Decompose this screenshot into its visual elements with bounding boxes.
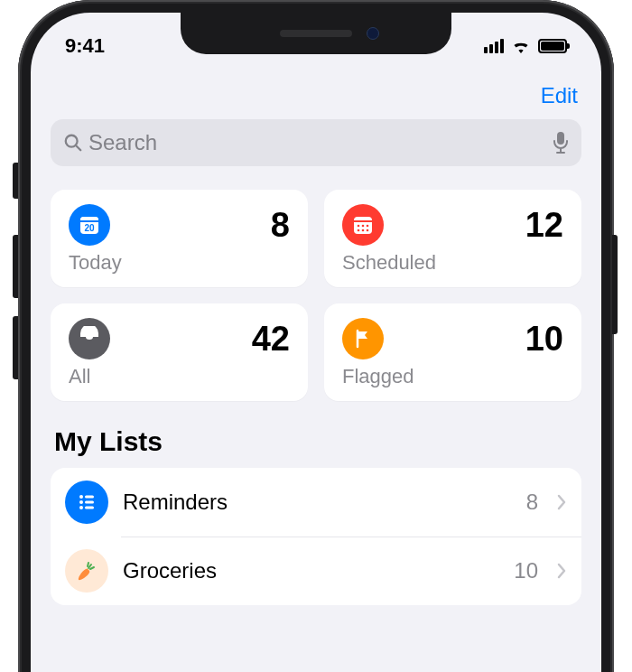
navigation-bar: Edit	[51, 76, 581, 119]
search-icon	[63, 133, 83, 153]
my-lists-header: My Lists	[54, 426, 578, 457]
svg-point-11	[358, 225, 360, 228]
today-label: Today	[69, 251, 290, 275]
chevron-right-icon	[556, 494, 567, 510]
search-field[interactable]: Search	[51, 119, 581, 166]
speaker-grille	[280, 30, 352, 37]
svg-line-1	[76, 145, 80, 150]
list-label: Groceries	[123, 558, 499, 583]
list-row-groceries[interactable]: Groceries 10	[51, 537, 581, 605]
svg-point-13	[367, 225, 369, 228]
cellular-signal-icon	[484, 39, 504, 53]
flag-icon	[342, 318, 384, 359]
list-label: Reminders	[123, 490, 512, 515]
search-placeholder: Search	[88, 130, 157, 155]
flagged-label: Flagged	[342, 365, 563, 388]
smart-list-today[interactable]: 20 8 Today	[51, 190, 308, 287]
smart-list-flagged[interactable]: 10 Flagged	[324, 303, 581, 401]
tray-icon	[69, 318, 110, 359]
svg-point-19	[79, 500, 83, 504]
list-row-reminders[interactable]: Reminders 8	[51, 468, 581, 537]
svg-point-17	[79, 495, 83, 499]
edit-button[interactable]: Edit	[541, 83, 578, 108]
all-count: 42	[252, 322, 290, 356]
svg-rect-20	[85, 501, 94, 504]
phone-screen: 9:41 Edit Search	[31, 13, 601, 672]
svg-rect-22	[85, 507, 94, 509]
wifi-icon	[511, 39, 531, 53]
all-label: All	[69, 365, 290, 388]
smart-list-all[interactable]: 42 All	[51, 303, 308, 401]
flagged-count: 10	[525, 322, 563, 356]
list-count: 10	[514, 558, 538, 583]
battery-icon	[538, 39, 567, 53]
svg-point-16	[367, 229, 369, 232]
list-count: 8	[526, 490, 538, 515]
notch	[181, 13, 451, 54]
scheduled-count: 12	[525, 208, 563, 242]
dictation-icon[interactable]	[553, 131, 569, 154]
list-bullet-icon	[65, 481, 108, 524]
mute-switch	[13, 163, 18, 199]
svg-rect-18	[85, 496, 94, 499]
power-button	[612, 235, 618, 334]
today-count: 8	[271, 208, 290, 242]
smart-list-scheduled[interactable]: 12 Scheduled	[324, 190, 581, 287]
svg-point-15	[362, 229, 365, 232]
my-lists-group: Reminders 8 Groceries 10	[51, 468, 581, 605]
calendar-today-icon: 20	[69, 204, 110, 246]
svg-point-12	[362, 225, 365, 228]
status-time: 9:41	[65, 34, 105, 58]
front-camera	[367, 27, 379, 40]
volume-up-button	[13, 235, 18, 298]
calendar-icon	[342, 204, 384, 246]
phone-frame: 9:41 Edit Search	[18, 0, 614, 672]
chevron-right-icon	[556, 563, 567, 579]
carrot-icon	[65, 549, 108, 593]
svg-text:20: 20	[84, 223, 95, 233]
svg-rect-2	[557, 132, 564, 145]
svg-point-14	[358, 229, 360, 232]
svg-point-21	[79, 506, 83, 509]
svg-rect-10	[354, 220, 372, 222]
volume-down-button	[13, 316, 18, 379]
scheduled-label: Scheduled	[342, 251, 563, 275]
